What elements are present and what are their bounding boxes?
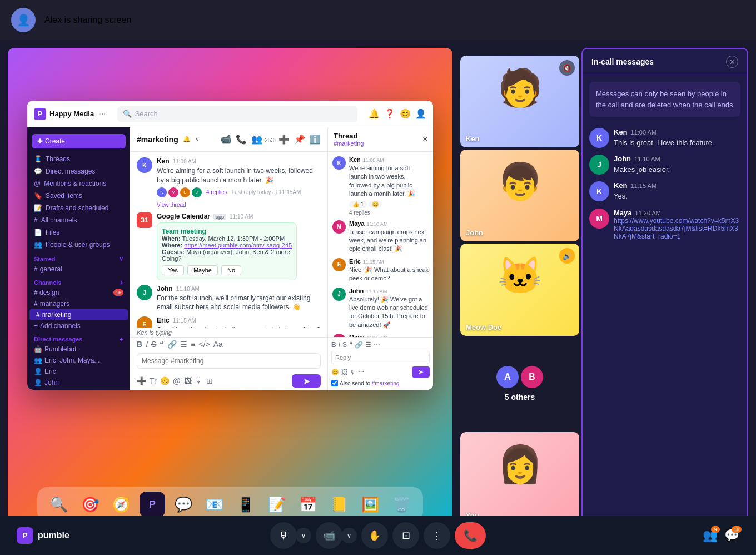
more-options-icon[interactable]: ⊞ [206,376,213,385]
dm-eric[interactable]: 👤 Eric [27,366,130,377]
incall-close-button[interactable]: ✕ [726,56,738,68]
sidebar-channel-general[interactable]: # general [27,264,130,275]
reaction-thumbsup[interactable]: 👍 1 [349,201,367,208]
bold-icon[interactable]: B [137,340,142,349]
sidebar-item-saved[interactable]: 🔖 Saved items [27,190,130,202]
phone-icon[interactable]: 📞 [236,134,247,145]
thread-quote-icon[interactable]: ❝ [349,341,352,349]
italic-icon[interactable]: I [146,340,148,349]
notification-icon[interactable]: 🔔 [183,136,191,143]
audio-icon[interactable]: 🎙 [195,376,203,385]
mute-button[interactable]: 🎙 [270,522,297,549]
thread-gif-icon[interactable]: 🖼 [341,369,347,376]
incall-maya-link[interactable]: https://www.youtube.com/watch?v=k5mX3NkA… [614,217,740,240]
pumble-search-bar[interactable]: 🔍 Search [117,106,357,122]
gif-icon[interactable]: 🖼 [184,376,192,385]
video-chevron[interactable]: ∨ [341,528,357,543]
sidebar-channel-managers[interactable]: # managers [27,298,130,309]
maybe-button[interactable]: Maybe [187,265,218,275]
safari-icon[interactable]: 🧭 [108,492,134,517]
raise-hand-button[interactable]: ✋ [361,522,388,549]
add-channels-btn[interactable]: + Add channels [27,320,130,331]
sidebar-item-dms[interactable]: 💬 Direct messages [27,165,130,177]
send-button[interactable]: ➤ [292,374,321,388]
also-send-checkbox[interactable] [331,380,338,386]
bell-icon[interactable]: 🔔 [369,108,380,119]
photos-icon[interactable]: 🖼️ [357,492,383,517]
numbered-list-icon[interactable]: ≡ [191,340,195,349]
chevron-down-icon[interactable]: ∨ [195,136,200,143]
reminders-icon[interactable]: 📒 [326,492,352,517]
dm-group[interactable]: 👥 Eric, John, Maya... [27,355,130,366]
no-button[interactable]: No [221,265,241,275]
sidebar-channel-marketing[interactable]: # marketing [29,309,128,320]
emoji-picker-icon[interactable]: 😊 [160,376,170,385]
dm-john[interactable]: 👤 John [27,377,130,388]
ken-mute-icon[interactable]: 🔇 [559,60,575,76]
add-member-icon[interactable]: ➕ [278,134,290,145]
facetime-icon[interactable]: 📱 [233,492,258,517]
mention-icon[interactable]: @ [173,376,181,385]
more-options-button[interactable]: ⋮ [424,522,450,549]
help-icon[interactable]: ❓ [384,108,395,119]
mic-chevron[interactable]: ∨ [296,528,311,543]
user-avatar-icon[interactable]: 👤 [415,108,426,119]
mail-icon[interactable]: 📧 [202,492,227,517]
screen-share-button[interactable]: ⊡ [392,522,419,549]
info-icon[interactable]: ℹ️ [310,134,321,145]
thread-link-icon[interactable]: 🔗 [355,341,363,349]
thread-emoji-icon[interactable]: 😊 [331,369,339,376]
thread-italic-icon[interactable]: I [339,341,340,349]
sidebar-channel-design[interactable]: # design 16 [27,287,130,298]
thread-close-icon[interactable]: ✕ [422,136,427,143]
members-icon[interactable]: 👥 253 [251,134,274,145]
sidebar-item-mentions[interactable]: @ Mentions & reactions [27,177,130,190]
create-button[interactable]: ✚ Create [32,134,126,148]
replies-link[interactable]: 4 replies [206,189,227,195]
participants-button[interactable]: 👥 9 [703,528,718,543]
sidebar-item-threads[interactable]: 🧵 Threads [27,153,130,165]
chat-input[interactable] [137,353,321,369]
yes-button[interactable]: Yes [162,265,184,275]
cal-link[interactable]: https://meet.pumble.com/omv-saoq-245 [184,242,292,249]
reaction-smile[interactable]: 😊 [369,201,382,208]
dm-mia[interactable]: 👤 Mia [27,388,130,390]
attach-icon[interactable]: ➕ [137,376,146,385]
thread-more-actions-icon[interactable]: ⋯ [358,369,364,376]
dm-pumblebot[interactable]: 🤖 Pumblebot [27,344,130,355]
sidebar-item-all-channels[interactable]: # All channels [27,214,130,226]
end-call-button[interactable]: 📞 [455,522,486,549]
trash-icon[interactable]: 🗑️ [389,492,414,517]
thread-list-icon[interactable]: ☰ [365,341,371,349]
launchpad-icon[interactable]: 🎯 [77,492,103,517]
pumble-dock-icon[interactable]: P [140,492,165,517]
thread-mic-icon[interactable]: 🎙 [350,369,356,376]
list-icon[interactable]: ☰ [180,340,187,349]
sidebar-item-drafts[interactable]: 📝 Drafts and scheduled [27,202,130,214]
thread-reply-input[interactable] [331,351,430,364]
pin-icon[interactable]: 📌 [294,134,305,145]
notes-icon[interactable]: 📝 [264,492,290,517]
messages-icon[interactable]: 💬 [171,492,196,517]
emoji-icon[interactable]: 😊 [400,108,411,119]
calendar-dock-icon[interactable]: 📅 [295,492,321,517]
thread-strike-icon[interactable]: S [342,341,347,349]
finder-icon[interactable]: 🔍 [46,492,72,517]
channel-name[interactable]: #marketing [137,135,178,144]
video-icon[interactable]: 📹 [220,134,231,145]
sidebar-item-files[interactable]: 📄 Files [27,226,130,239]
thread-more-icon[interactable]: ⋯ [374,341,380,349]
chat-button[interactable]: 💬 16 [724,528,739,543]
thread-bold-icon[interactable]: B [331,341,336,349]
view-thread-link[interactable]: View thread [157,202,186,208]
text-format-icon[interactable]: Tr [150,376,157,385]
format-icon[interactable]: Aa [213,340,223,349]
strikethrough-icon[interactable]: S [151,340,156,349]
quote-icon[interactable]: ❝ [160,340,164,349]
link-icon[interactable]: 🔗 [167,340,177,349]
workspace-menu-dots[interactable]: ··· [98,109,106,119]
sidebar-item-people[interactable]: 👥 People & user groups [27,239,130,251]
code-icon[interactable]: </> [199,340,210,349]
video-button[interactable]: 📹 [316,522,342,549]
thread-send-button[interactable]: ➤ [412,366,430,378]
